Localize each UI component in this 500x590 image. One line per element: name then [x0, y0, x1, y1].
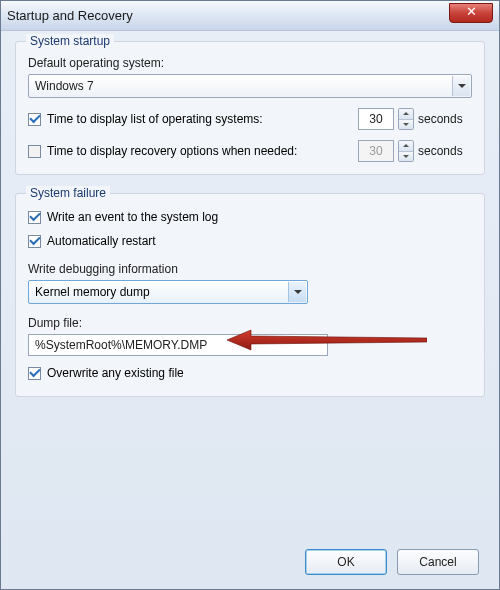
system-failure-title: System failure	[26, 186, 110, 200]
display-recovery-stepper	[398, 140, 414, 162]
stepper-up	[399, 141, 413, 152]
overwrite-label: Overwrite any existing file	[47, 366, 184, 380]
display-recovery-spinner: 30 seconds	[358, 140, 472, 162]
write-event-checkbox[interactable]	[28, 211, 41, 224]
cancel-button[interactable]: Cancel	[397, 549, 479, 575]
ok-button[interactable]: OK	[305, 549, 387, 575]
auto-restart-label: Automatically restart	[47, 234, 156, 248]
write-event-label: Write an event to the system log	[47, 210, 218, 224]
write-event-row: Write an event to the system log	[28, 210, 472, 224]
chevron-down-icon	[403, 123, 409, 126]
display-recovery-row: Time to display recovery options when ne…	[28, 140, 472, 162]
display-list-value[interactable]: 30	[358, 108, 394, 130]
chevron-down-icon	[294, 290, 302, 294]
default-os-dropdown[interactable]: Windows 7	[28, 74, 472, 98]
system-startup-title: System startup	[26, 34, 114, 48]
display-recovery-value: 30	[358, 140, 394, 162]
display-list-unit: seconds	[418, 112, 472, 126]
default-os-label: Default operating system:	[28, 56, 472, 70]
stepper-up[interactable]	[399, 109, 413, 120]
dropdown-button[interactable]	[452, 76, 470, 96]
display-recovery-label: Time to display recovery options when ne…	[47, 144, 297, 158]
debug-info-value: Kernel memory dump	[35, 285, 150, 299]
default-os-value: Windows 7	[35, 79, 94, 93]
chevron-up-icon	[403, 112, 409, 115]
display-list-stepper[interactable]	[398, 108, 414, 130]
display-recovery-unit: seconds	[418, 144, 472, 158]
dump-file-input[interactable]: %SystemRoot%\MEMORY.DMP	[28, 334, 328, 356]
window-title: Startup and Recovery	[7, 8, 133, 23]
auto-restart-row: Automatically restart	[28, 234, 472, 248]
stepper-down[interactable]	[399, 120, 413, 130]
overwrite-checkbox[interactable]	[28, 367, 41, 380]
dropdown-button[interactable]	[288, 282, 306, 302]
chevron-down-icon	[403, 155, 409, 158]
chevron-down-icon	[458, 84, 466, 88]
system-failure-group: System failure Write an event to the sys…	[15, 193, 485, 397]
dialog-buttons: OK Cancel	[305, 549, 479, 575]
display-recovery-checkbox[interactable]	[28, 145, 41, 158]
chevron-up-icon	[403, 144, 409, 147]
titlebar: Startup and Recovery ✕	[1, 1, 499, 31]
overwrite-row: Overwrite any existing file	[28, 366, 472, 380]
stepper-down	[399, 152, 413, 162]
auto-restart-checkbox[interactable]	[28, 235, 41, 248]
dump-file-label: Dump file:	[28, 316, 472, 330]
display-list-label: Time to display list of operating system…	[47, 112, 263, 126]
startup-recovery-dialog: Startup and Recovery ✕ System startup De…	[0, 0, 500, 590]
dialog-content: System startup Default operating system:…	[1, 31, 499, 397]
debug-info-label: Write debugging information	[28, 262, 472, 276]
system-startup-group: System startup Default operating system:…	[15, 41, 485, 175]
display-list-checkbox[interactable]	[28, 113, 41, 126]
close-button[interactable]: ✕	[449, 3, 493, 23]
close-icon: ✕	[466, 4, 477, 19]
display-list-spinner: 30 seconds	[358, 108, 472, 130]
debug-info-dropdown[interactable]: Kernel memory dump	[28, 280, 308, 304]
display-list-row: Time to display list of operating system…	[28, 108, 472, 130]
